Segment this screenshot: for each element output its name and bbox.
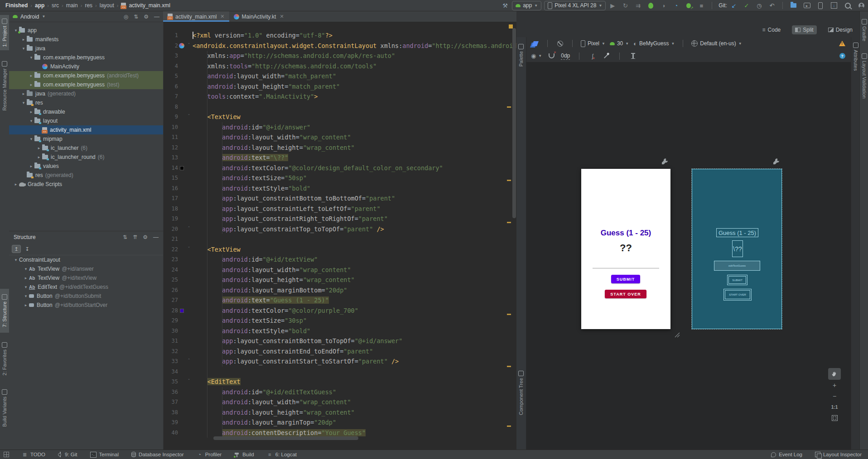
- status-item-build[interactable]: Build: [234, 452, 254, 457]
- color-swatch[interactable]: [180, 309, 184, 313]
- warning-stripe-marker[interactable]: [507, 366, 511, 367]
- hide-panel-icon[interactable]: —: [153, 234, 159, 240]
- stop-icon[interactable]: ■: [697, 1, 705, 10]
- autoconnect-off-icon[interactable]: [547, 52, 555, 60]
- warning-stripe-marker[interactable]: [507, 180, 511, 181]
- tree-row-values[interactable]: ▸values: [9, 162, 163, 171]
- editor-line[interactable]: 6 android:layout_height="match_parent": [164, 81, 516, 92]
- tree-row-activity-main-xml[interactable]: activity_main.xml: [9, 125, 163, 134]
- git-commit-icon[interactable]: ✓: [743, 1, 751, 10]
- breadcrumb-item[interactable]: layout: [100, 2, 114, 9]
- activity-class-icon[interactable]: [179, 43, 184, 48]
- blueprint-edittext[interactable]: editTextGuess: [714, 261, 760, 271]
- strip-tab-palette[interactable]: Palette: [516, 39, 526, 72]
- collapse-arrow-icon[interactable]: ▾: [13, 258, 19, 262]
- api-version-menu[interactable]: 30 ▼: [610, 40, 629, 47]
- warning-stripe-marker[interactable]: [507, 314, 511, 315]
- tab-activity-main-xml[interactable]: activity_main.xml✕: [163, 11, 229, 22]
- color-swatch[interactable]: [180, 166, 184, 170]
- zoom-out-button[interactable]: −: [828, 391, 841, 402]
- expand-arrow-icon[interactable]: ▸: [28, 82, 34, 87]
- sort-parent-first-button[interactable]: ↥: [12, 245, 21, 253]
- status-item-9--git[interactable]: 9: Git: [58, 452, 77, 457]
- expand-arrow-icon[interactable]: ▸: [20, 37, 27, 42]
- editor-line[interactable]: 24 android:layout_width="wrap_content": [164, 265, 516, 275]
- strip-tab-build-variants[interactable]: Build Variants: [0, 384, 9, 433]
- help-icon[interactable]: ?: [838, 52, 846, 60]
- editor-line[interactable]: 3 xmlns:app="http://schemas.android.com/…: [164, 51, 516, 61]
- editor-line[interactable]: 22ˇ <TextView: [164, 244, 516, 255]
- hide-panel-icon[interactable]: —: [154, 14, 159, 20]
- night-mode-icon[interactable]: [556, 39, 564, 48]
- apply-changes-and-debug-icon[interactable]: [685, 1, 693, 10]
- editor-line[interactable]: 25 android:layout_height="wrap_content": [164, 275, 516, 285]
- search-everywhere-icon[interactable]: [844, 1, 852, 10]
- editor-line[interactable]: 4 xmlns:tools="http://schemas.android.co…: [164, 61, 516, 72]
- run-icon[interactable]: ▶: [608, 1, 617, 10]
- guideline-icon[interactable]: [629, 52, 637, 60]
- editor-line[interactable]: 23 android:id="@+id/textView": [164, 254, 516, 265]
- editor-line[interactable]: 15 android:textSize="50sp": [164, 173, 516, 183]
- git-rollback-icon[interactable]: ↶: [768, 1, 776, 10]
- clear-constraints-icon[interactable]: ʃ: [588, 52, 597, 60]
- expand-collapse-icon[interactable]: ⇅: [134, 14, 138, 20]
- warning-stripe-marker[interactable]: [507, 106, 511, 108]
- editor-horizontal-scrollbar[interactable]: [213, 436, 358, 440]
- editor-line[interactable]: 28 android:textColor="@color/purple_700": [164, 306, 516, 316]
- tool-window-toggle-icon[interactable]: [4, 452, 9, 457]
- status-item-terminal[interactable]: >_Terminal: [90, 452, 119, 458]
- collapse-arrow-icon[interactable]: ▾: [28, 55, 34, 60]
- fold-marker-icon[interactable]: ˇ: [186, 244, 192, 255]
- settings-icon[interactable]: ⚙: [143, 234, 148, 240]
- design-canvas[interactable]: [526, 62, 851, 449]
- tree-row-layout[interactable]: ▾layout: [9, 116, 163, 125]
- breadcrumb-item[interactable]: res: [85, 2, 92, 9]
- wrench-icon[interactable]: [772, 158, 780, 165]
- tree-row-res[interactable]: ▾res: [9, 98, 163, 107]
- pan-tool-button[interactable]: [828, 368, 841, 380]
- editor-line[interactable]: 14 android:textColor="@color/design_defa…: [164, 163, 516, 173]
- tree-row-com-example-bemyguess[interactable]: ▾com.example.bemyguess: [9, 53, 163, 62]
- chevron-down-icon[interactable]: ▼: [42, 14, 45, 19]
- editor-line[interactable]: 27 android:text="Guess (1 - 25)": [164, 295, 516, 306]
- fold-marker-icon[interactable]: ˇ: [186, 377, 192, 387]
- editor-line[interactable]: 7 tools:context=".MainActivity">: [164, 91, 516, 102]
- structure-row-textview[interactable]: ▾AbTextView@+id/answer: [9, 264, 163, 273]
- mode-button-code[interactable]: ≡Code: [759, 25, 784, 34]
- preview-start-over-button[interactable]: START OVER: [605, 290, 646, 298]
- view-options-menu[interactable]: ◉ ▼: [531, 53, 542, 59]
- close-icon[interactable]: ✕: [220, 14, 224, 19]
- editor-line[interactable]: 31 app:layout_constraintBottom_toTopOf="…: [164, 336, 516, 346]
- editor-line[interactable]: 35ˇ <EditText: [164, 377, 516, 387]
- editor-line[interactable]: 13 android:text="\??": [164, 153, 516, 163]
- expand-arrow-icon[interactable]: ▸: [28, 73, 34, 78]
- device-menu[interactable]: Pixel ▼: [581, 40, 605, 47]
- structure-row-button[interactable]: ▸Button@+id/buttonStartOver: [9, 301, 163, 310]
- apply-changes-icon[interactable]: ↻: [621, 1, 629, 10]
- editor-line[interactable]: 38 android:layout_height="wrap_content": [164, 407, 516, 418]
- status-item-layout-inspector[interactable]: Layout Inspector: [815, 452, 862, 457]
- infer-constraints-icon[interactable]: [602, 52, 610, 60]
- collapse-arrow-icon[interactable]: ▾: [23, 267, 29, 271]
- expand-arrow-icon[interactable]: ▸: [28, 110, 34, 114]
- design-surface-icon[interactable]: [531, 39, 539, 48]
- project-structure-icon[interactable]: [789, 1, 797, 10]
- collapse-arrow-icon[interactable]: ▾: [28, 137, 34, 141]
- editor-line[interactable]: 19 app:layout_constraintRight_toRightOf=…: [164, 214, 516, 224]
- editor-line[interactable]: 37 android:layout_width="wrap_content": [164, 397, 516, 407]
- tree-row-java[interactable]: ▸java(generated): [9, 89, 163, 98]
- render-warning-icon[interactable]: [838, 39, 846, 48]
- tree-row-ic-launcher-round[interactable]: ▸ic_launcher_round(6): [9, 153, 163, 162]
- editor-line[interactable]: 2ˇ<androidx.constraintlayout.widget.Cons…: [164, 41, 516, 51]
- expand-arrow-icon[interactable]: ▸: [23, 276, 29, 280]
- running-devices-icon[interactable]: ▶: [803, 1, 811, 10]
- tree-row-drawable[interactable]: ▸drawable: [9, 107, 163, 116]
- canvas-resize-handle[interactable]: [673, 331, 680, 338]
- editor-line[interactable]: 34: [164, 367, 516, 377]
- mode-button-split[interactable]: Split: [792, 25, 816, 34]
- locale-menu[interactable]: Default (en-us) ▼: [691, 40, 742, 47]
- tree-row-com-example-bemyguess[interactable]: ▸com.example.bemyguess(test): [9, 80, 163, 89]
- inspection-status-marker[interactable]: [509, 24, 513, 29]
- status-item-6--logcat[interactable]: ≡6: Logcat: [267, 452, 297, 458]
- editor-line[interactable]: 9ˇ <TextView: [164, 112, 516, 122]
